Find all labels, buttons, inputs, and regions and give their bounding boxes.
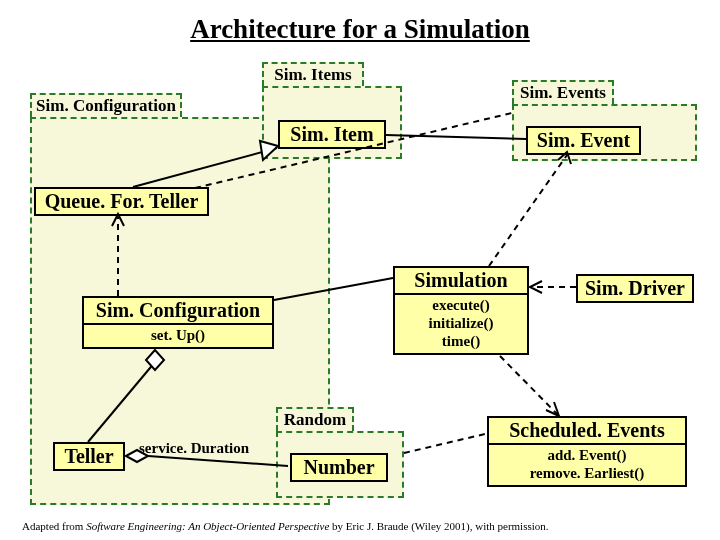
assoc-simitem-simevent — [386, 135, 526, 139]
footer-suffix: by Eric J. Braude (Wiley 2001), with per… — [329, 520, 548, 532]
class-simitem: Sim. Item — [278, 120, 386, 149]
dep-simdriver-simulation — [530, 281, 576, 293]
class-simevent-name: Sim. Event — [528, 128, 639, 153]
pkg-simevents-tab: Sim. Events — [512, 80, 614, 104]
class-teller: Teller — [53, 442, 125, 471]
class-simconfiguration-name: Sim. Configuration — [84, 298, 272, 323]
pkg-random-tab: Random — [276, 407, 354, 431]
class-queueforteller-name: Queue. For. Teller — [36, 189, 207, 214]
svg-line-2 — [489, 155, 567, 266]
class-simulation: Simulation execute()initialize()time() — [393, 266, 529, 355]
dep-number-scheduled — [404, 434, 485, 453]
class-number: Number — [290, 453, 388, 482]
pkg-simitems-tab: Sim. Items — [262, 62, 364, 86]
class-scheduledevents: Scheduled. Events add. Event()remove. Ea… — [487, 416, 687, 487]
class-simdriver-name: Sim. Driver — [578, 276, 692, 301]
class-teller-name: Teller — [55, 444, 123, 469]
diagram-title: Architecture for a Simulation — [0, 14, 720, 45]
class-scheduledevents-name: Scheduled. Events — [489, 418, 685, 443]
footer-citation: Adapted from Software Engineering: An Ob… — [22, 520, 549, 532]
svg-line-9 — [500, 356, 558, 415]
class-queueforteller: Queue. For. Teller — [34, 187, 209, 216]
class-simulation-name: Simulation — [395, 268, 527, 293]
class-simevent: Sim. Event — [526, 126, 641, 155]
footer-book: Software Engineering: An Object-Oriented… — [86, 520, 329, 532]
class-number-name: Number — [292, 455, 386, 480]
pkg-simconfiguration-tab: Sim. Configuration — [30, 93, 182, 117]
footer-prefix: Adapted from — [22, 520, 86, 532]
class-scheduledevents-ops: add. Event()remove. Earliest() — [489, 445, 685, 485]
label-serviceduration: service. Duration — [139, 440, 249, 457]
class-simconfiguration: Sim. Configuration set. Up() — [82, 296, 274, 349]
class-simulation-ops: execute()initialize()time() — [395, 295, 527, 353]
class-simitem-name: Sim. Item — [280, 122, 384, 147]
class-simdriver: Sim. Driver — [576, 274, 694, 303]
class-simconfiguration-ops: set. Up() — [84, 325, 272, 347]
dep-simulation-simevent — [489, 152, 571, 266]
dep-simulation-scheduled — [500, 356, 559, 416]
